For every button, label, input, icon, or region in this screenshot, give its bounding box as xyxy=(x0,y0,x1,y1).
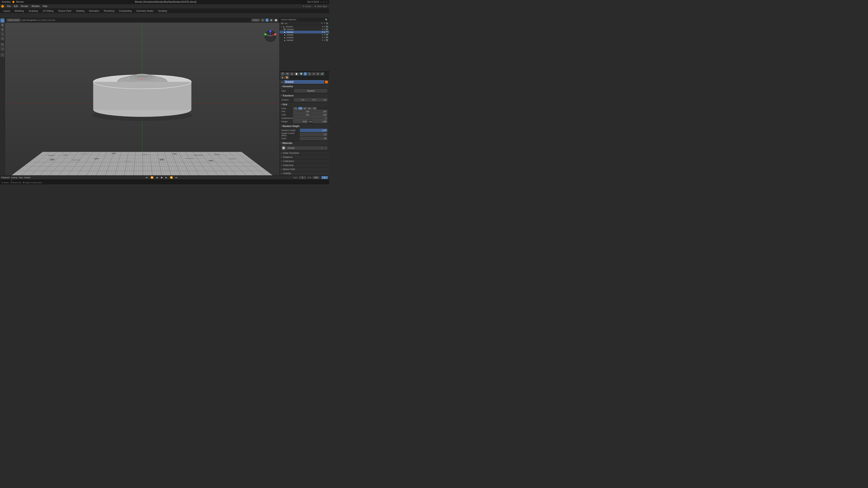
pos-z[interactable]: Z 0 xyxy=(316,98,327,101)
filter-objects[interactable]: Obj xyxy=(285,22,287,24)
filter-render[interactable]: 📷 xyxy=(326,22,328,24)
shading-wireframe[interactable]: ◫ xyxy=(261,19,265,22)
tab-rib[interactable]: Rib xyxy=(312,107,317,109)
tab-bm[interactable]: Bm xyxy=(307,107,312,109)
outliner-row-ground[interactable]: ▾ ▲ Ground 👁 ● 📷 xyxy=(280,25,329,28)
size-x-val[interactable]: 110 xyxy=(293,110,310,113)
tool-scale[interactable]: ⤡ xyxy=(0,32,4,36)
prop-tab-modifier[interactable]: 🔧 xyxy=(307,72,311,75)
pos-y[interactable]: Y 0 xyxy=(305,98,316,101)
filter-hide[interactable]: 🖱 xyxy=(323,22,325,24)
random-height-header[interactable]: ▾ Random Height xyxy=(280,124,329,128)
render-icon-i3[interactable]: 📷 xyxy=(326,34,328,36)
tool-move[interactable]: ✥ xyxy=(0,23,4,27)
materials-header[interactable]: ▾ Materials xyxy=(280,141,329,145)
tab-sculpting[interactable]: Sculpting xyxy=(26,9,40,13)
frame-start-val[interactable]: 1 xyxy=(299,176,306,179)
prop-tab-data[interactable]: ▲ xyxy=(281,76,284,79)
prop-tab-view-layer[interactable]: 📋 xyxy=(294,72,299,75)
outliner-row-camera[interactable]: ▷ 📷 Camera 👁 ● 📷 xyxy=(280,28,329,31)
eye-icon-i2[interactable]: 👁 xyxy=(322,31,324,33)
render-icon-i2[interactable]: 📷 xyxy=(326,31,328,33)
material-remove[interactable]: − xyxy=(324,147,327,150)
cursor-icon-camera[interactable]: ● xyxy=(324,28,325,31)
prop-tab-object[interactable]: ● xyxy=(304,72,307,75)
eye-icon-i3[interactable]: 👁 xyxy=(322,34,324,36)
tl-tab-marker[interactable]: Marker xyxy=(24,176,31,179)
split-val[interactable]: 0.88 xyxy=(313,120,327,123)
blender-name[interactable]: Blender xyxy=(16,1,24,3)
tool-annotate[interactable]: ✏ xyxy=(0,42,4,46)
frame-end-val[interactable]: 250 xyxy=(313,176,319,179)
margin-val[interactable]: 0.00 xyxy=(293,120,308,123)
play-jump-start[interactable]: ⏮ xyxy=(145,176,149,179)
close-btn[interactable]: × xyxy=(326,1,327,3)
tab-geometry-nodes[interactable]: Geometry Nodes xyxy=(134,9,156,13)
grid-header[interactable]: ▾ Grid xyxy=(280,102,329,106)
subdiv-val[interactable]: 1 xyxy=(293,117,327,120)
tab-texture-paint[interactable]: Texture Paint xyxy=(56,9,73,13)
play-stop[interactable]: ⏹ xyxy=(160,176,163,179)
size-y-val[interactable]: 110 xyxy=(311,110,328,113)
active-obj-name[interactable]: Ground xyxy=(284,80,324,84)
cursor-icon-ground[interactable]: ● xyxy=(324,26,325,28)
seed-value[interactable]: 25 xyxy=(300,137,327,140)
geometry-header[interactable]: ▾ Geometry xyxy=(280,84,329,88)
tl-tab-playback[interactable]: Playback xyxy=(1,176,10,179)
play-forward[interactable]: ▶ xyxy=(165,176,168,179)
play-next-frame[interactable]: ⏩ xyxy=(169,176,174,179)
render-icon-i4[interactable]: 📷 xyxy=(326,36,328,39)
outliner-row-inertia3[interactable]: ▲ Inertia3 👁 ● 📷 xyxy=(280,33,329,36)
eye-icon-ground[interactable]: 👁 xyxy=(322,26,324,28)
eye-icon-i5[interactable]: 👁 xyxy=(322,39,324,41)
prop-tab-render[interactable]: 📷 xyxy=(285,72,289,75)
tab-shading[interactable]: Shading xyxy=(74,9,87,13)
tab-bd[interactable]: Bd xyxy=(303,107,307,109)
delta-header[interactable]: ▷ Delta Transform xyxy=(280,151,329,155)
transform-header[interactable]: ▾ Transform xyxy=(280,94,329,98)
tool-cursor[interactable]: ↖ xyxy=(0,19,4,23)
minimize-btn[interactable]: ─ xyxy=(320,1,322,3)
tool-transform[interactable]: ⬡ xyxy=(0,37,4,41)
type-value[interactable]: Squares xyxy=(294,89,327,92)
outliner-search[interactable]: 🔍 xyxy=(325,19,328,21)
render-icon-camera[interactable]: 📷 xyxy=(326,28,328,31)
current-frame-val[interactable]: 1 xyxy=(321,176,328,179)
play-back[interactable]: ◀ xyxy=(155,176,158,179)
outliner-row-inertia2[interactable]: ▲ Inertia2 👁 ● 📷 xyxy=(280,31,329,33)
prop-tab-world[interactable]: 🌍 xyxy=(299,72,303,75)
motion-path-header[interactable]: ▷ Motion Path xyxy=(280,167,329,171)
tab-layout[interactable]: Layout xyxy=(1,9,12,13)
relations-header[interactable]: ▷ Relations xyxy=(280,155,329,159)
tab-modeling[interactable]: Modeling xyxy=(12,9,26,13)
tl-tab-keying[interactable]: Keying xyxy=(11,176,18,179)
render-icon-ground[interactable]: 📷 xyxy=(326,26,328,28)
tab-scripting[interactable]: Scripting xyxy=(156,9,169,13)
scene-3d[interactable]: X Y Z xyxy=(5,23,279,175)
material-add[interactable]: + xyxy=(320,147,323,150)
active-obj-color[interactable] xyxy=(325,80,328,84)
tool-add-cube[interactable]: + xyxy=(0,53,4,57)
shading-render[interactable]: ⬤ xyxy=(274,19,278,22)
tab-rendering[interactable]: Rendering xyxy=(102,9,117,13)
outliner-row-inertia5[interactable]: ▲ Inertia5 👁 ● 📷 xyxy=(280,39,329,41)
cells-y-val[interactable]: 110 xyxy=(311,113,328,116)
tab-compositing[interactable]: Compositing xyxy=(117,9,134,13)
prop-tab-material[interactable]: 🎨 xyxy=(285,76,289,79)
cells-x-val[interactable]: 110 xyxy=(293,113,310,116)
tab-animation[interactable]: Animation xyxy=(87,9,101,13)
rh-value[interactable]: 0.27 xyxy=(300,129,327,132)
eye-icon-i4[interactable]: 👁 xyxy=(322,36,324,39)
play-prev-frame[interactable]: ⏪ xyxy=(150,176,154,179)
outliner-expand[interactable]: ▾ xyxy=(281,26,282,28)
menu-edit[interactable]: Edit xyxy=(12,4,19,8)
menu-render[interactable]: Render xyxy=(20,4,30,8)
cursor-icon-i4[interactable]: ● xyxy=(324,36,325,39)
tab-sl[interactable]: SL xyxy=(298,107,303,109)
viewport[interactable]: Object Mode User Perspective (1) Inertia… xyxy=(5,18,279,175)
maximize-btn[interactable]: □ xyxy=(323,1,324,3)
global-selector[interactable]: Global xyxy=(251,19,260,22)
instancing-header[interactable]: ▷ Instancing xyxy=(280,163,329,167)
shading-material[interactable]: ◉ xyxy=(270,19,273,22)
cursor-icon-i2[interactable]: ● xyxy=(324,31,325,33)
